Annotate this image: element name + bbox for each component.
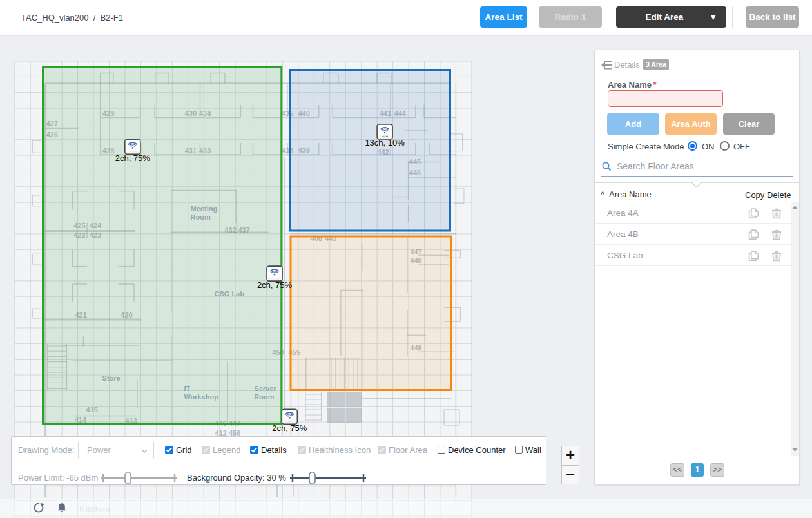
svg-text:2ch, 75%: 2ch, 75% xyxy=(115,153,151,163)
svg-text:2ch, 75%: 2ch, 75% xyxy=(257,280,293,290)
svg-text:456: 456 xyxy=(229,429,240,437)
svg-text:2ch, 75%: 2ch, 75% xyxy=(272,423,307,433)
svg-text:412: 412 xyxy=(215,429,227,437)
svg-text:13ch, 10%: 13ch, 10% xyxy=(365,138,405,148)
